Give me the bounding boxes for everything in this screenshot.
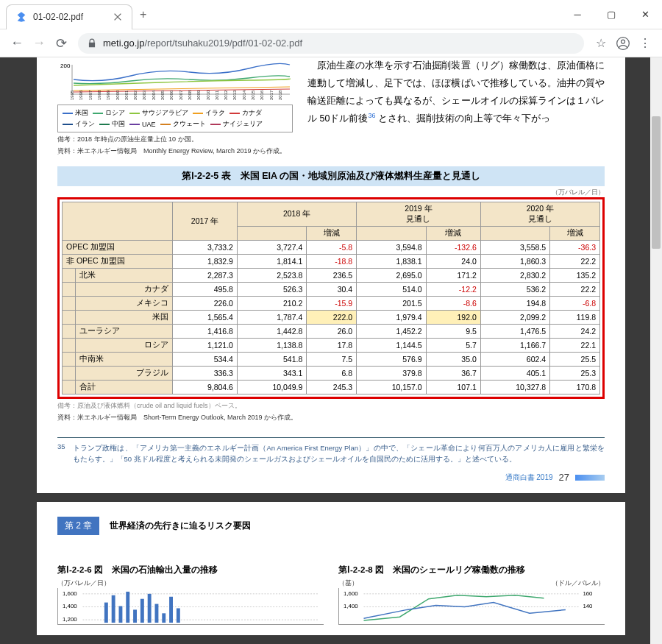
line-chart: 200 199519961997199819992000200120022003… [57,57,293,156]
table-row: 中南米534.4541.87.5576.935.0602.425.5 [63,353,600,367]
table-row: 合計9,804.610,049.9245.310,157.0107.110,32… [63,381,600,394]
body-paragraph: 原油生産の水準を示す石油掘削装置（リグ）稼働数は、原油価格に連動して増減し、足下… [307,57,605,156]
legend-item: イラン [63,119,95,129]
sub-chart-1: 第Ⅰ-2-2-6 図 米国の石油輸出入量の推移 （万バレル／日） 1,600 1… [57,565,324,628]
svg-text:2003: 2003 [142,90,146,100]
svg-rect-44 [177,609,180,623]
pdf-viewport[interactable]: 200 199519961997199819992000200120022003… [0,57,662,644]
table-row: ロシア1,121.01,138.817.81,144.55.71,166.722… [63,339,600,353]
lock-icon [87,38,97,49]
page-number: 27 [559,472,569,483]
svg-rect-38 [133,610,137,623]
svg-text:1,400: 1,400 [63,604,77,610]
new-tab-button[interactable]: + [140,8,146,21]
legend-item: 中国 [99,119,125,129]
sub-chart-2: 第Ⅰ-2-2-8 図 米国のシェールリグ稼働数の推移 （基）（ドル／バレル） 1… [338,565,605,628]
svg-text:2010: 2010 [206,90,210,100]
svg-rect-43 [169,597,173,623]
table-unit: （万バレル／日） [57,188,605,197]
svg-rect-34 [104,603,108,623]
svg-text:2014: 2014 [242,90,246,100]
svg-text:2006: 2006 [169,90,174,100]
legend-item: 米国 [63,108,88,118]
svg-text:2000: 2000 [115,90,120,100]
svg-text:2008: 2008 [188,90,192,100]
svg-text:2016: 2016 [260,90,264,100]
svg-text:2017: 2017 [269,90,274,100]
footnote-ref: 36 [368,112,375,119]
svg-rect-42 [162,614,166,623]
page-bar-icon [575,475,605,481]
table-row: 非 OPEC 加盟国1,832.91,814.1-18.81,838.124.0… [63,255,600,269]
tab-title: 01-02-02.pdf [33,12,83,22]
svg-text:2011: 2011 [215,90,219,100]
svg-text:1998: 1998 [97,90,102,100]
browser-titlebar: 01-02-02.pdf + ─ ▢ ✕ [0,0,662,29]
sub-chart-1-title: 第Ⅰ-2-2-6 図 米国の石油輸出入量の推移 [57,565,324,576]
legend-item: ロシア [93,108,125,118]
table-row: OPEC 加盟国3,733.23,727.4-5.83,594.8-132.63… [63,241,600,255]
svg-point-1 [622,40,625,43]
legend-item: クウェート [160,119,206,129]
url-path: /report/tsuhaku2019/pdf/01-02-02.pdf [144,38,302,49]
minimize-button[interactable]: ─ [560,4,594,26]
close-window-button[interactable]: ✕ [628,4,662,26]
svg-text:1996: 1996 [79,90,83,100]
pdf-page-2: 第 2 章 世界経済の先行きに迫るリスク要因 第Ⅰ-2-2-6 図 米国の石油輸… [37,502,625,635]
table-row: メキシコ226.0210.2-15.9201.5-8.6194.8-6.8 [63,297,600,311]
svg-text:2002: 2002 [133,90,138,100]
back-button[interactable]: ← [6,32,28,54]
footnote-text: トランプ政権は、「アメリカ第一主義のエネルギー計画（An America Fir… [73,442,605,464]
legend-item: サウジアラビア [129,108,188,118]
highlighted-table: 2017 年 2018 年 2019 年 見通し 2020 年 見通し 増減 増… [57,197,605,399]
svg-rect-37 [126,592,129,623]
svg-rect-39 [140,599,144,623]
svg-rect-36 [119,606,123,623]
menu-icon[interactable]: ⋮ [634,36,656,50]
svg-rect-40 [148,594,152,623]
svg-text:2013: 2013 [232,90,237,100]
star-icon[interactable]: ☆ [590,36,612,50]
scrollbar[interactable] [650,57,662,644]
svg-text:1,200: 1,200 [63,616,77,623]
table-row: 北米2,287.32,523.8236.52,695.0171.22,830.2… [63,269,600,283]
legend-item: イラク [193,108,225,118]
table-row: ユーラシア1,416.81,442.826.01,452.29.51,476.5… [63,325,600,339]
browser-tab[interactable]: 01-02-02.pdf [6,4,132,29]
chapter-number: 第 2 章 [57,517,99,535]
svg-text:2018: 2018 [278,90,282,100]
forward-button[interactable]: → [28,32,50,54]
svg-text:1999: 1999 [106,90,110,100]
chart-legend: 米国ロシアサウジアラビアイラクカナダイラン中国UAEクウェートナイジェリア [57,105,293,132]
legend-item: UAE [129,119,156,129]
svg-text:1,600: 1,600 [344,590,358,597]
svg-text:2015: 2015 [251,90,255,100]
maximize-button[interactable]: ▢ [594,4,628,26]
pdf-icon [15,11,27,23]
browser-toolbar: ← → ⟳ meti.go.jp/report/tsuhaku2019/pdf/… [0,29,662,57]
close-icon[interactable] [113,12,123,22]
table-caption: 第Ⅰ-2-2-5 表 米国 EIA の国・地域別原油及び液体燃料生産量と見通し [57,166,605,186]
svg-text:2004: 2004 [152,90,156,100]
svg-text:1995: 1995 [70,90,74,100]
table-footer-1: 備考：原油及び液体燃料（crude oil and liquid fuels）ベ… [57,401,605,411]
svg-rect-35 [112,595,115,623]
chart-note-1: 備考：2018 年時点の原油生産量上位 10 か国。 [57,135,293,144]
svg-text:1,400: 1,400 [344,604,358,610]
ytick: 200 [60,63,71,69]
svg-text:1,600: 1,600 [63,590,77,597]
chapter-header: 第 2 章 世界経済の先行きに迫るリスク要因 [57,517,605,535]
book-title: 通商白書 2019 [505,473,553,483]
svg-text:2007: 2007 [179,90,183,100]
reload-button[interactable]: ⟳ [50,32,72,54]
legend-item: ナイジェリア [210,119,263,129]
address-bar[interactable]: meti.go.jp/report/tsuhaku2019/pdf/01-02-… [78,33,584,54]
profile-icon[interactable] [612,36,634,51]
svg-text:2005: 2005 [160,90,165,100]
table-row: ブラジル336.3343.16.8379.836.7405.125.3 [63,367,600,381]
footnote-number: 35 [57,442,65,464]
table-row: カナダ495.8526.330.4514.0-12.2536.222.2 [63,283,600,297]
svg-text:2009: 2009 [196,90,201,100]
table-row: 米国1,565.41,787.4222.01,979.4192.02,099.2… [63,311,600,325]
svg-rect-41 [155,604,159,623]
